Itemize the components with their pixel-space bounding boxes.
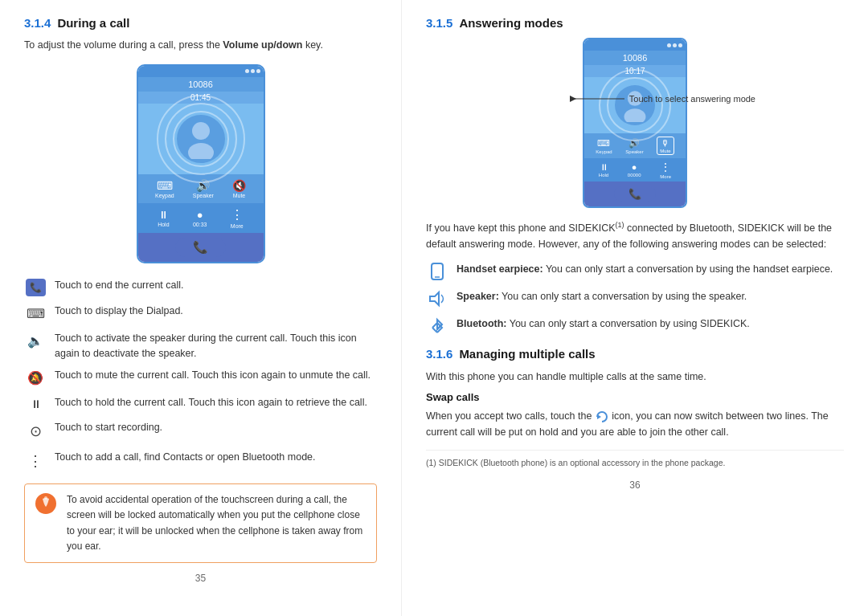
speaker-svg	[428, 289, 447, 308]
more-icon-r: ⋮	[660, 161, 671, 173]
svg-marker-7	[570, 96, 576, 102]
hold-btn-r[interactable]: ⏸ Hold	[599, 162, 608, 177]
hold-text: Touch to hold the current call. Touch th…	[55, 395, 367, 410]
notice-text: To avoid accidental operation of the tou…	[67, 492, 366, 554]
speaker-label: Speaker	[193, 193, 214, 198]
battery-dot-r	[678, 43, 682, 47]
handset-icon	[426, 262, 448, 281]
record-btn-r[interactable]: ● 00000	[628, 162, 641, 177]
record-btn[interactable]: ● 00:33	[193, 209, 207, 227]
page-number-right: 36	[426, 479, 844, 491]
hold-icon-box: ⏸	[24, 395, 47, 413]
keypad-icon: ⌨	[157, 179, 173, 192]
end-call-bar-right: 📞	[584, 182, 686, 206]
svg-point-3	[44, 496, 47, 500]
more-dots-icon: ⋮	[28, 451, 43, 472]
list-item-dialpad: ⌨ Touch to display the Dialpad.	[24, 304, 377, 324]
mute-text: Touch to mute the current call. Touch th…	[55, 368, 371, 383]
keypad-icon-r: ⌨	[597, 138, 610, 149]
swap-icon	[595, 410, 609, 424]
record-icon: ●	[197, 209, 203, 221]
answering-mode-btn[interactable]: 🎙 Mute	[657, 137, 674, 155]
notice-svg	[35, 492, 57, 515]
end-call-icon-box: 📞	[24, 278, 47, 296]
keypad-btn[interactable]: ⌨ Keypad	[155, 179, 174, 198]
mute-label: Mute	[233, 193, 246, 198]
ripple-r-2	[599, 69, 671, 141]
keypad-label-r: Keypad	[596, 149, 612, 154]
svg-marker-11	[597, 414, 601, 419]
dialpad-icon: ⌨	[27, 304, 45, 324]
list-item-record: ⊙ Touch to start recording.	[24, 420, 377, 443]
phone-number: 10086	[138, 77, 264, 92]
mode-handset-text: Handset earpiece: You can only start a c…	[457, 262, 833, 277]
page-number-left: 35	[24, 573, 377, 584]
end-call-text: Touch to end the current call.	[55, 278, 184, 293]
mode-speaker: Speaker: You can only start a conversati…	[426, 289, 844, 308]
section-number-right: 3.1.5	[426, 16, 452, 30]
annotation-text: Touch to select answering mode	[629, 94, 755, 104]
section-title-right: Answering modes	[459, 16, 563, 30]
mute-icon: 🔕	[27, 369, 43, 388]
end-call-icon[interactable]: 📞	[175, 238, 226, 257]
avatar-area	[138, 104, 264, 174]
record-icon-box: ⊙	[24, 420, 47, 443]
annotation-line-svg	[570, 92, 626, 105]
list-item-mute: 🔕 Touch to mute the current call. Touch …	[24, 368, 377, 388]
intro-text: To adjust the volume during a call, pres…	[24, 38, 377, 53]
hold-label: Hold	[158, 222, 169, 227]
end-call-icon-right[interactable]: 📞	[614, 186, 656, 202]
speaker-mode-icon	[426, 289, 448, 308]
section-number-left: 3.1.4	[24, 16, 51, 30]
list-item-more: ⋮ Touch to add a call, find Contacts or …	[24, 450, 377, 472]
mute-icon-box: 🔕	[24, 368, 47, 388]
mute-btn[interactable]: 🔇 Mute	[232, 179, 246, 198]
right-page: 3.1.5 Answering modes 10086 10:17	[402, 0, 868, 616]
feature-list: 📞 Touch to end the current call. ⌨ Touch…	[24, 278, 377, 473]
section-title-3-1-6: Managing multiple calls	[459, 347, 595, 361]
signal-dot-r	[667, 43, 671, 47]
wifi-dot-r	[673, 43, 677, 47]
more-btn-r[interactable]: ⋮ More	[660, 161, 671, 179]
answering-label: Mute	[660, 149, 670, 153]
list-item-end-call: 📞 Touch to end the current call.	[24, 278, 377, 296]
swap-svg	[595, 410, 609, 424]
keypad-btn-r[interactable]: ⌨ Keypad	[596, 138, 612, 154]
more-label-r: More	[660, 174, 671, 179]
mode-bluetooth-text: Bluetooth: You can only start a conversa…	[457, 316, 750, 332]
hold-icon-r: ⏸	[600, 162, 608, 172]
section-number-3-1-6: 3.1.6	[426, 347, 452, 361]
annotation: Touch to select answering mode	[570, 92, 755, 105]
end-call-icon: 📞	[26, 279, 46, 296]
handset-svg	[428, 262, 447, 281]
hold-icon: ⏸	[158, 209, 169, 221]
left-page: 3.1.4 During a call To adjust the volume…	[0, 0, 402, 616]
avatar-ripple-right	[615, 85, 655, 125]
status-bar	[138, 66, 264, 77]
speaker-icon-box: 🔈	[24, 331, 47, 351]
notice-icon	[35, 492, 57, 523]
section-3-1-6-heading: 3.1.6 Managing multiple calls	[426, 347, 844, 361]
svg-marker-10	[430, 292, 439, 305]
list-item-hold: ⏸ Touch to hold the current call. Touch …	[24, 395, 377, 413]
section-title-left: During a call	[57, 16, 129, 30]
more-icon-box: ⋮	[24, 450, 47, 472]
swap-calls-heading: Swap calls	[426, 391, 844, 403]
mode-handset: Handset earpiece: You can only start a c…	[426, 262, 844, 281]
notice-box: To avoid accidental operation of the tou…	[24, 483, 377, 563]
speaker-text: Touch to activate the speaker during the…	[55, 331, 377, 361]
ripple-3	[157, 95, 245, 183]
phone-number-right: 10086	[584, 51, 686, 65]
bluetooth-svg	[428, 316, 447, 336]
more-btn[interactable]: ⋮ More	[231, 207, 244, 229]
dialpad-text: Touch to display the Dialpad.	[55, 304, 183, 319]
wifi-dot	[251, 69, 255, 73]
record-text: Touch to start recording.	[55, 420, 162, 435]
record-circle-icon: ⊙	[30, 421, 42, 443]
hold-pause-icon: ⏸	[31, 396, 40, 413]
mute-icon: 🔇	[232, 179, 246, 192]
hold-btn[interactable]: ⏸ Hold	[158, 209, 169, 227]
answering-mode-icon: 🎙	[661, 138, 669, 148]
battery-dot	[256, 69, 260, 73]
phone-bottom-right: ⏸ Hold ● 00000 ⋮ More	[584, 158, 686, 182]
